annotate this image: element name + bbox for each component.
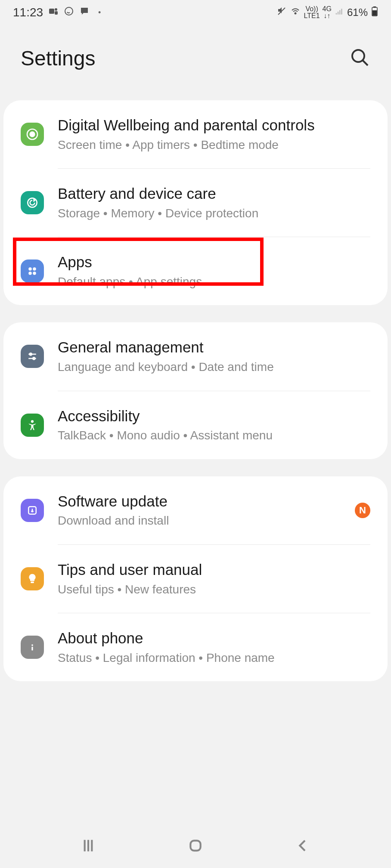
settings-item-subtitle: Useful tips • New features	[58, 582, 370, 597]
search-icon	[350, 47, 370, 68]
svg-point-13	[352, 50, 364, 62]
svg-line-14	[363, 60, 368, 65]
settings-item-tips-user-manual[interactable]: Tips and user manual Useful tips • New f…	[3, 545, 388, 613]
svg-point-17	[28, 198, 37, 207]
settings-item-title: Tips and user manual	[58, 560, 370, 579]
svg-rect-35	[190, 840, 200, 850]
status-bar: 11:23 • Vo)) LTE1 4G ↓↑	[0, 0, 391, 25]
status-left: 11:23 •	[13, 6, 101, 19]
update-icon	[21, 499, 44, 522]
recents-button[interactable]	[80, 837, 97, 856]
svg-rect-31	[31, 647, 33, 651]
apps-icon	[21, 259, 44, 283]
svg-rect-0	[49, 9, 54, 14]
header: Settings	[0, 25, 391, 100]
svg-point-21	[33, 272, 36, 275]
back-button[interactable]	[294, 837, 311, 856]
info-icon	[21, 636, 44, 659]
svg-rect-12	[372, 10, 377, 15]
mute-icon	[276, 6, 287, 19]
settings-item-title: General management	[58, 338, 370, 357]
settings-item-subtitle: Status • Legal information • Phone name	[58, 650, 370, 666]
sliders-icon	[21, 345, 44, 368]
settings-item-accessibility[interactable]: Accessibility TalkBack • Mono audio • As…	[3, 391, 388, 459]
message-icon	[79, 6, 90, 19]
settings-item-battery-device-care[interactable]: Battery and device care Storage • Memory…	[3, 169, 388, 237]
svg-rect-7	[338, 12, 339, 15]
settings-item-general-management[interactable]: General management Language and keyboard…	[3, 322, 388, 390]
signal-icon	[335, 6, 344, 19]
settings-item-subtitle: Download and install	[58, 513, 355, 528]
settings-item-subtitle: Screen time • App timers • Bedtime mode	[58, 137, 370, 153]
battery-care-icon	[21, 191, 44, 214]
network-label: Vo)) LTE1 4G ↓↑	[304, 6, 332, 19]
settings-item-title: Battery and device care	[58, 184, 370, 203]
battery-icon	[371, 6, 378, 19]
settings-item-title: Apps	[58, 253, 370, 272]
svg-point-18	[28, 268, 32, 271]
settings-item-subtitle: Default apps • App settings	[58, 274, 370, 290]
svg-rect-2	[55, 11, 58, 15]
settings-item-title: Software update	[58, 492, 355, 511]
settings-list: Digital Wellbeing and parental controls …	[0, 100, 391, 825]
wellbeing-icon	[21, 123, 44, 146]
svg-point-19	[33, 268, 36, 271]
settings-group: Software update Download and install N T…	[3, 476, 388, 681]
navigation-bar	[0, 825, 391, 868]
teams-icon	[48, 6, 59, 19]
settings-group: Digital Wellbeing and parental controls …	[3, 100, 388, 305]
settings-item-title: About phone	[58, 629, 370, 648]
svg-point-23	[30, 353, 32, 355]
battery-pct: 61%	[347, 6, 368, 19]
svg-point-1	[55, 8, 57, 11]
settings-item-title: Accessibility	[58, 407, 370, 426]
settings-item-subtitle: TalkBack • Mono audio • Assistant menu	[58, 428, 370, 443]
settings-item-subtitle: Storage • Memory • Device protection	[58, 206, 370, 221]
wifi-icon	[290, 6, 301, 19]
svg-rect-28	[31, 581, 34, 583]
settings-item-software-update[interactable]: Software update Download and install N	[3, 476, 388, 544]
svg-rect-6	[336, 13, 337, 14]
page-title: Settings	[21, 46, 95, 70]
home-button[interactable]	[187, 837, 204, 856]
svg-point-3	[65, 7, 73, 15]
settings-group: General management Language and keyboard…	[3, 322, 388, 459]
svg-point-25	[33, 358, 35, 360]
status-right: Vo)) LTE1 4G ↓↑ 61%	[276, 6, 378, 19]
search-button[interactable]	[350, 47, 370, 70]
tip-icon	[21, 567, 44, 590]
more-notifications-dot: •	[98, 8, 101, 17]
accessibility-icon	[21, 414, 44, 437]
settings-item-apps[interactable]: Apps Default apps • App settings	[3, 237, 388, 305]
whatsapp-icon	[64, 6, 74, 19]
status-time: 11:23	[13, 6, 43, 19]
svg-point-20	[28, 272, 32, 275]
svg-point-30	[31, 644, 33, 646]
svg-point-5	[295, 13, 296, 14]
settings-item-digital-wellbeing[interactable]: Digital Wellbeing and parental controls …	[3, 100, 388, 168]
svg-rect-11	[373, 6, 376, 8]
settings-item-subtitle: Language and keyboard • Date and time	[58, 359, 370, 375]
settings-item-about-phone[interactable]: About phone Status • Legal information •…	[3, 613, 388, 681]
svg-point-26	[31, 420, 34, 423]
notification-badge: N	[355, 503, 370, 518]
svg-rect-8	[339, 10, 341, 15]
svg-rect-9	[341, 9, 342, 14]
settings-item-title: Digital Wellbeing and parental controls	[58, 116, 370, 135]
